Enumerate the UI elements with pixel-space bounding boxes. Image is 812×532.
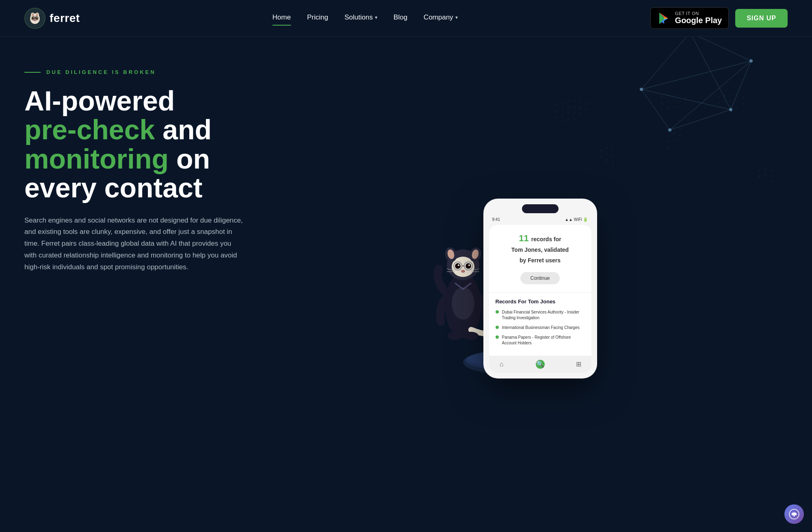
svg-point-92	[758, 176, 760, 177]
chat-bubble-icon	[789, 509, 799, 519]
phone-section-title: Records For Tom Jones	[496, 298, 585, 305]
hero-section: DUE DILIGENCE IS BROKEN AI-powered pre-c…	[0, 37, 812, 532]
header-actions: GET IT ON Google Play SIGN UP	[650, 7, 788, 29]
svg-point-133	[448, 332, 462, 340]
svg-point-132	[452, 287, 474, 320]
hero-headline: AI-powered pre-check and monitoring on e…	[24, 87, 268, 203]
svg-point-22	[555, 105, 557, 106]
phone-status-bar: 9:41 ▲▲ WiFi 🔋	[489, 217, 591, 225]
svg-point-29	[561, 109, 563, 110]
google-play-icon	[657, 12, 670, 25]
hero-description: Search engines and social networks are n…	[24, 215, 244, 273]
svg-line-98	[731, 61, 751, 110]
phone-home-icon[interactable]: ⌂	[497, 360, 506, 369]
google-play-text: GET IT ON Google Play	[675, 11, 722, 25]
svg-line-104	[641, 89, 731, 110]
eyebrow-text: DUE DILIGENCE IS BROKEN	[46, 69, 156, 75]
svg-point-35	[561, 115, 563, 117]
phone-records-list: Records For Tom Jones Dubai Financial Se…	[489, 293, 591, 356]
phone-mockup: 9:41 ▲▲ WiFi 🔋 11 records forTom Jones, …	[483, 199, 597, 378]
svg-point-110	[640, 88, 643, 91]
svg-point-30	[567, 107, 569, 108]
svg-point-39	[561, 121, 563, 123]
svg-point-81	[606, 147, 608, 149]
svg-point-126	[468, 264, 470, 266]
svg-line-97	[690, 37, 751, 61]
record-dot-icon	[496, 310, 499, 314]
ferret-logo-icon	[24, 8, 45, 29]
svg-point-109	[668, 128, 671, 132]
phone-record-item-2: International Businessman Facing Charges	[496, 325, 585, 331]
headline-monitoring: monitoring	[24, 143, 169, 174]
svg-point-28	[555, 111, 557, 112]
nav-item-pricing[interactable]: Pricing	[307, 13, 328, 23]
svg-point-37	[574, 112, 575, 114]
svg-point-36	[567, 113, 569, 115]
svg-point-93	[764, 174, 766, 175]
svg-point-31	[574, 106, 575, 108]
nav-item-blog[interactable]: Blog	[394, 13, 407, 23]
record-dot-icon	[496, 335, 499, 339]
svg-line-101	[641, 37, 690, 89]
svg-point-108	[729, 108, 732, 111]
svg-point-80	[600, 149, 602, 151]
nav-item-home[interactable]: Home	[273, 13, 291, 23]
svg-point-96	[771, 181, 772, 183]
phone-continue-button[interactable]: Continue	[520, 272, 559, 284]
phone-record-item-1: Dubai Financial Services Authority - Ins…	[496, 309, 585, 321]
svg-point-23	[561, 103, 563, 104]
svg-point-34	[555, 117, 557, 119]
svg-point-125	[458, 264, 459, 266]
phone-screen: 11 records forTom Jones, validatedby Fer…	[489, 225, 591, 373]
svg-point-95	[764, 180, 766, 182]
solutions-chevron-icon: ▾	[375, 15, 377, 20]
svg-point-33	[586, 109, 587, 110]
brand-name: ferret	[50, 12, 80, 25]
phone-card-records: 11 records forTom Jones, validatedby Fer…	[489, 225, 591, 293]
svg-point-134	[464, 332, 479, 340]
svg-point-127	[461, 270, 465, 272]
nav-item-solutions[interactable]: Solutions ▾	[344, 13, 377, 23]
phone-nav-bar: ⌂ 🔍 ⊞	[489, 356, 591, 373]
header: ferret Home Pricing Solutions ▾ Blog Com…	[0, 0, 812, 37]
svg-point-38	[580, 113, 581, 115]
nav-item-company[interactable]: Company ▾	[424, 13, 458, 23]
company-chevron-icon: ▾	[455, 15, 458, 20]
svg-line-102	[690, 37, 731, 110]
phone-notch	[522, 204, 559, 213]
svg-point-10	[37, 17, 37, 18]
headline-precheck: pre-check	[24, 114, 155, 145]
svg-point-40	[567, 119, 569, 121]
phone-record-item-3: Panama Papers - Register of Offshore Acc…	[496, 335, 585, 346]
main-nav: Home Pricing Solutions ▾ Blog Company ▾	[273, 13, 458, 23]
svg-point-94	[771, 175, 772, 177]
phone-records-count: 11 records forTom Jones, validatedby Fer…	[496, 233, 585, 265]
svg-point-107	[749, 59, 753, 63]
eyebrow-label: DUE DILIGENCE IS BROKEN	[24, 69, 268, 75]
svg-point-84	[606, 154, 608, 155]
record-dot-icon	[496, 326, 499, 329]
svg-point-41	[574, 118, 575, 120]
logo[interactable]: ferret	[24, 8, 80, 29]
svg-point-26	[580, 101, 581, 102]
eyebrow-line-decoration	[24, 72, 41, 73]
svg-point-123	[455, 263, 461, 269]
geometric-network-background	[609, 37, 771, 171]
svg-point-86	[606, 160, 608, 161]
svg-point-83	[600, 156, 602, 157]
signup-button[interactable]: SIGN UP	[735, 9, 788, 28]
svg-point-27	[586, 103, 587, 104]
svg-point-24	[567, 101, 569, 102]
google-play-button[interactable]: GET IT ON Google Play	[650, 7, 729, 29]
svg-point-32	[580, 107, 581, 108]
svg-point-9	[33, 17, 34, 18]
phone-menu-icon[interactable]: ⊞	[574, 360, 583, 369]
svg-point-25	[574, 100, 575, 102]
svg-line-100	[641, 89, 670, 130]
chat-avatar[interactable]	[784, 504, 804, 524]
svg-line-99	[670, 110, 731, 130]
phone-search-icon[interactable]: 🔍	[536, 360, 545, 369]
svg-point-124	[466, 263, 471, 269]
hero-content: DUE DILIGENCE IS BROKEN AI-powered pre-c…	[24, 61, 268, 516]
